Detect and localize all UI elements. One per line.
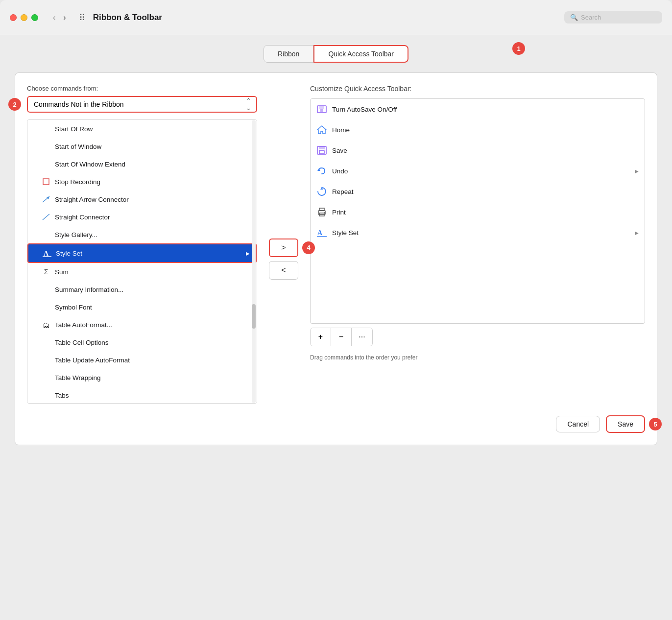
save-button[interactable]: Save xyxy=(606,415,645,433)
dialog-inner: Choose commands from: 2 Commands Not in … xyxy=(27,85,645,404)
command-list: Start Of Row Start of Window Start Of Wi… xyxy=(27,119,257,404)
cmd-icon-sum: Σ xyxy=(41,267,51,277)
cmd-label-start-of-window: Start of Window xyxy=(55,143,101,150)
cmd-icon-style-gallery xyxy=(41,230,51,239)
cmd-label-straight-connector: Straight Connector xyxy=(55,214,110,221)
cmd-icon-table-cell-options xyxy=(41,337,51,347)
cmd-table-cell-options[interactable]: Table Cell Options xyxy=(27,334,257,351)
cmd-stop-recording[interactable]: Stop Recording xyxy=(27,173,257,191)
annotation-2: 2 xyxy=(8,98,21,111)
customize-label: Customize Quick Access Toolbar: xyxy=(310,85,645,93)
bottom-row: Cancel Save 5 xyxy=(27,415,645,433)
undo-arrow-icon: ▶ xyxy=(635,168,639,174)
cmd-label-sum: Sum xyxy=(55,268,69,276)
cmd-icon-start-of-row xyxy=(41,124,51,134)
svg-rect-11 xyxy=(319,146,325,149)
tab-ribbon[interactable]: Ribbon xyxy=(264,45,313,63)
toolbar-item-autosave[interactable]: Turn AutoSave On/Off xyxy=(311,99,645,119)
back-button[interactable]: ‹ xyxy=(50,11,58,24)
cmd-style-gallery[interactable]: Style Gallery... xyxy=(27,226,257,243)
cmd-icon-table-autoformat: 🗂 xyxy=(41,320,51,330)
cmd-icon-table-wrapping xyxy=(41,373,51,382)
add-arrow-icon: > xyxy=(281,243,286,252)
cmd-start-of-window-extend[interactable]: Start Of Window Extend xyxy=(27,155,257,173)
cmd-label-style-gallery: Style Gallery... xyxy=(55,231,97,238)
cmd-summary-information[interactable]: Summary Information... xyxy=(27,281,257,298)
maximize-button[interactable] xyxy=(31,14,38,21)
grid-icon: ⠿ xyxy=(79,12,85,23)
cmd-sum[interactable]: Σ Sum xyxy=(27,263,257,281)
autosave-icon xyxy=(316,104,327,115)
forward-button[interactable]: › xyxy=(60,11,69,24)
toolbar-item-home[interactable]: Home xyxy=(311,119,645,140)
drag-hint: Drag commands into the order you prefer xyxy=(310,354,645,361)
main-content: Ribbon Quick Access Toolbar 1 Choose com… xyxy=(0,35,672,620)
home-icon xyxy=(316,124,327,135)
svg-rect-8 xyxy=(320,109,323,112)
cancel-button[interactable]: Cancel xyxy=(556,416,600,432)
cmd-tabs[interactable]: Tabs xyxy=(27,386,257,404)
cmd-icon-stop-recording xyxy=(41,177,51,187)
cmd-label-tabs: Tabs xyxy=(55,392,69,399)
annotation-5: 5 xyxy=(649,418,662,430)
cmd-icon-table-update-autoformat xyxy=(41,355,51,365)
toolbar-item-save[interactable]: Save xyxy=(311,140,645,161)
cmd-style-set[interactable]: 3 A Style Set ▶ xyxy=(27,243,257,263)
search-bar[interactable]: 🔍 Search xyxy=(564,11,662,24)
cmd-label-table-cell-options: Table Cell Options xyxy=(55,339,109,346)
remove-arrow-icon: < xyxy=(281,266,286,275)
remove-from-toolbar-button[interactable]: < xyxy=(269,261,298,280)
dropdown-wrapper[interactable]: Commands Not in the Ribbon ⌃⌄ xyxy=(27,96,257,113)
commands-dropdown[interactable]: Commands Not in the Ribbon xyxy=(28,97,256,112)
toolbar-item-undo[interactable]: Undo ▶ xyxy=(311,161,645,181)
add-item-button[interactable]: + xyxy=(311,328,331,346)
toolbar-actions: + − ··· xyxy=(310,328,373,346)
svg-marker-9 xyxy=(317,126,326,134)
cmd-table-wrapping[interactable]: Table Wrapping xyxy=(27,369,257,386)
choose-commands-label: Choose commands from: xyxy=(27,85,257,92)
toolbar-label-print: Print xyxy=(332,209,346,216)
cmd-label-stop-recording: Stop Recording xyxy=(55,178,100,186)
add-button-wrapper: > 4 xyxy=(269,238,298,257)
svg-text:A: A xyxy=(317,229,323,237)
cmd-icon-symbol-font xyxy=(41,302,51,312)
scrollbar-track[interactable] xyxy=(252,120,256,403)
style-set-arrow-icon: ▶ xyxy=(246,251,250,256)
remove-item-button[interactable]: − xyxy=(331,328,352,346)
cmd-table-autoformat[interactable]: 🗂 Table AutoFormat... xyxy=(27,316,257,334)
cmd-icon-start-of-window xyxy=(41,142,51,151)
middle-controls: > 4 < xyxy=(269,85,298,404)
cmd-straight-arrow-connector[interactable]: Straight Arrow Connector xyxy=(27,191,257,208)
cmd-start-of-window[interactable]: Start of Window xyxy=(27,138,257,155)
tab-quick-access[interactable]: Quick Access Toolbar xyxy=(313,45,408,63)
dialog: Choose commands from: 2 Commands Not in … xyxy=(15,72,657,445)
nav-arrows: ‹ › xyxy=(50,11,69,24)
svg-rect-12 xyxy=(319,150,324,154)
add-to-toolbar-button[interactable]: > xyxy=(269,238,298,257)
annotation-1: 1 xyxy=(512,42,525,55)
style-set-toolbar-arrow-icon: ▶ xyxy=(635,230,639,236)
cmd-start-of-row[interactable]: Start Of Row xyxy=(27,120,257,138)
save-icon xyxy=(316,145,327,156)
close-button[interactable] xyxy=(10,14,17,21)
scrollbar-thumb[interactable] xyxy=(252,304,256,329)
cmd-table-update-autoformat[interactable]: Table Update AutoFormat xyxy=(27,351,257,369)
left-panel: Choose commands from: 2 Commands Not in … xyxy=(27,85,257,404)
toolbar-label-style-set: Style Set xyxy=(332,229,359,237)
traffic-lights xyxy=(10,14,38,21)
cmd-symbol-font[interactable]: Symbol Font xyxy=(27,298,257,316)
toolbar-item-print[interactable]: Print xyxy=(311,202,645,222)
cmd-straight-connector[interactable]: Straight Connector xyxy=(27,208,257,226)
cmd-label-table-update-autoformat: Table Update AutoFormat xyxy=(55,357,130,364)
toolbar-item-repeat[interactable]: Repeat xyxy=(311,181,645,202)
cmd-icon-style-set: A xyxy=(42,248,52,258)
minimize-button[interactable] xyxy=(21,14,27,21)
cmd-label-table-wrapping: Table Wrapping xyxy=(55,374,101,382)
tab-row: Ribbon Quick Access Toolbar 1 xyxy=(15,45,657,63)
search-icon: 🔍 xyxy=(570,14,578,21)
cmd-icon-tabs xyxy=(41,390,51,400)
cmd-label-start-of-window-extend: Start Of Window Extend xyxy=(55,161,125,168)
more-options-button[interactable]: ··· xyxy=(352,328,372,346)
toolbar-item-style-set[interactable]: A Style Set ▶ xyxy=(311,222,645,243)
svg-rect-16 xyxy=(319,208,324,211)
